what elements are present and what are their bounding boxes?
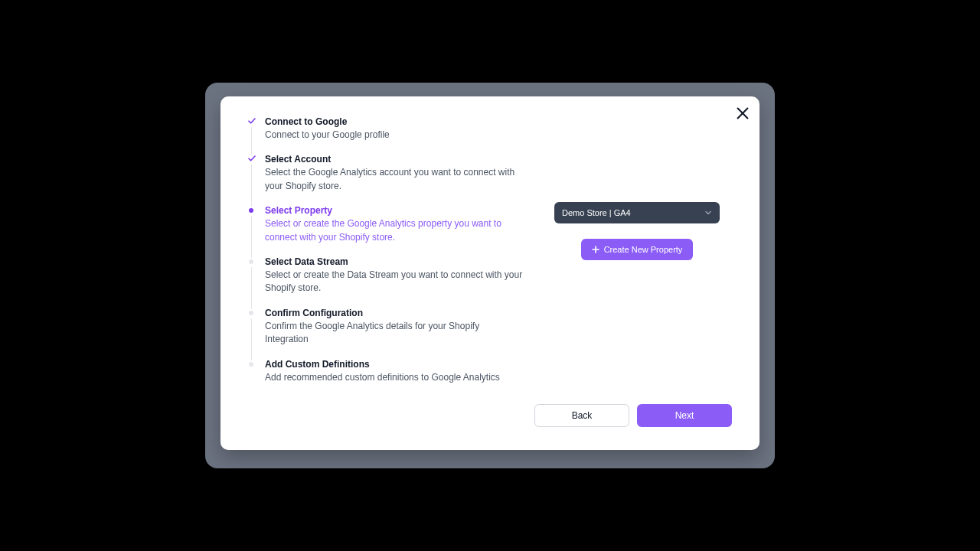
step-select-account: Select Account Select the Google Analyti… (248, 154, 524, 205)
step-connect-google: Connect to Google Connect to your Google… (248, 116, 524, 154)
create-new-property-label: Create New Property (604, 245, 683, 254)
step-desc: Connect to your Google profile (265, 129, 524, 142)
property-select-value: Demo Store | GA4 (562, 208, 631, 217)
check-icon (248, 117, 256, 125)
step-status-upcoming (249, 311, 253, 315)
step-desc: Select the Google Analytics account you … (265, 166, 524, 193)
close-button[interactable] (737, 107, 749, 119)
step-confirm-configuration: Confirm Configuration Confirm the Google… (248, 308, 524, 359)
step-title: Select Account (265, 154, 524, 165)
step-status-upcoming (249, 362, 253, 367)
step-title: Connect to Google (265, 116, 524, 127)
setup-wizard-modal: Connect to Google Connect to your Google… (220, 96, 760, 450)
step-desc: Confirm the Google Analytics details for… (265, 320, 524, 347)
step-status-current (249, 208, 253, 213)
step-title: Select Property (265, 205, 524, 216)
step-desc: Select or create the Google Analytics pr… (265, 217, 524, 244)
modal-body: Connect to Google Connect to your Google… (248, 116, 732, 384)
wizard-steps: Connect to Google Connect to your Google… (248, 116, 524, 384)
step-status-upcoming (249, 259, 253, 264)
window-chrome: Connect to Google Connect to your Google… (205, 83, 775, 468)
next-button[interactable]: Next (637, 404, 732, 427)
step-select-property: Select Property Select or create the Goo… (248, 205, 524, 256)
back-button[interactable]: Back (534, 404, 629, 427)
step-title: Add Custom Definitions (265, 359, 524, 370)
wizard-footer: Back Next (248, 404, 732, 427)
step-desc: Add recommended custom definitions to Go… (265, 371, 524, 384)
step-select-data-stream: Select Data Stream Select or create the … (248, 256, 524, 308)
create-new-property-button[interactable]: Create New Property (581, 239, 694, 260)
step-desc: Select or create the Data Stream you wan… (265, 269, 524, 295)
property-select[interactable]: Demo Store | GA4 (554, 202, 720, 223)
plus-icon (592, 246, 599, 253)
step-title: Select Data Stream (265, 256, 524, 267)
check-icon (248, 155, 256, 162)
step-title: Confirm Configuration (265, 308, 524, 318)
step-status-complete (248, 155, 256, 162)
step-content-panel: Demo Store | GA4 Create New Property (554, 116, 720, 384)
chevron-down-icon (704, 209, 712, 217)
step-add-custom-definitions: Add Custom Definitions Add recommended c… (248, 359, 524, 384)
step-status-complete (248, 117, 256, 125)
close-icon (737, 107, 749, 119)
